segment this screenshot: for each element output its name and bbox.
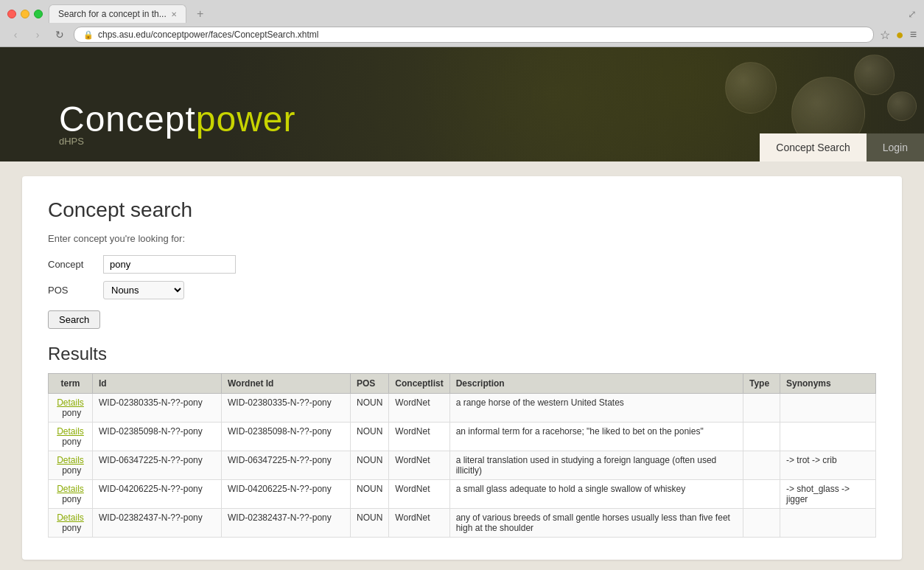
col-header-id: Id	[93, 374, 222, 394]
cell-type-0	[743, 394, 780, 423]
details-link-3[interactable]: Details	[57, 484, 84, 494]
cell-conceptlist-2: WordNet	[389, 451, 449, 480]
col-header-term: term	[49, 374, 93, 394]
cell-details-4: Details pony	[49, 509, 93, 538]
browser-chrome: Search for a concept in th... ✕ + ⤢ ‹ › …	[0, 0, 924, 47]
cell-synonyms-2: -> trot -> crib	[780, 451, 876, 480]
details-link-4[interactable]: Details	[57, 512, 84, 523]
cell-description-0: a range horse of the western United Stat…	[449, 394, 743, 423]
url-text: chps.asu.edu/conceptpower/faces/ConceptS…	[98, 29, 319, 40]
cell-description-2: a literal translation used in studying a…	[449, 451, 743, 480]
col-header-type: Type	[743, 374, 780, 394]
window-resize-icon: ⤢	[908, 8, 917, 20]
pos-label: POS	[48, 285, 96, 296]
cell-description-4: any of various breeds of small gentle ho…	[449, 509, 743, 538]
cell-synonyms-3: -> shot_glass -> jigger	[780, 480, 876, 509]
cell-type-4	[743, 509, 780, 538]
refresh-button[interactable]: ↻	[52, 27, 68, 43]
col-header-pos: POS	[351, 374, 389, 394]
header-nav: Concept Search Login	[760, 133, 924, 161]
table-header-row: term Id Wordnet Id POS Conceptlist Descr…	[49, 374, 876, 394]
cell-pos-4: NOUN	[351, 509, 389, 538]
pos-select[interactable]: Nouns Verbs Adjectives Adverbs	[103, 281, 184, 299]
table-header: term Id Wordnet Id POS Conceptlist Descr…	[49, 374, 876, 394]
browser-tab[interactable]: Search for a concept in th... ✕	[49, 4, 186, 23]
cell-details-1: Details pony	[49, 423, 93, 451]
concept-form-row: Concept	[48, 255, 876, 274]
form-instruction: Enter concept you're looking for:	[48, 233, 876, 244]
table-row: Details pony WID-02382437-N-??-pony WID-…	[49, 509, 876, 538]
logo: Conceptpower	[59, 99, 296, 139]
back-button[interactable]: ‹	[7, 27, 24, 43]
cell-details-3: Details pony	[49, 480, 93, 509]
search-button[interactable]: Search	[48, 310, 100, 329]
col-header-wordnet-id: Wordnet Id	[222, 374, 351, 394]
cell-conceptlist-3: WordNet	[389, 480, 449, 509]
concept-label: Concept	[48, 259, 96, 270]
cell-type-1	[743, 423, 780, 451]
nav-login[interactable]: Login	[867, 133, 924, 161]
logo-concept: Concept	[59, 100, 196, 139]
decorative-bubble-1	[725, 62, 777, 114]
col-header-conceptlist: Conceptlist	[389, 374, 449, 394]
address-bar: ‹ › ↻ 🔒 chps.asu.edu/conceptpower/faces/…	[0, 23, 924, 46]
details-link-0[interactable]: Details	[57, 397, 84, 408]
cell-wordnet-id-2: WID-06347225-N-??-pony	[222, 451, 351, 480]
cell-synonyms-1	[780, 423, 876, 451]
close-dot[interactable]	[7, 10, 16, 18]
cell-pos-0: NOUN	[351, 394, 389, 423]
pos-form-row: POS Nouns Verbs Adjectives Adverbs	[48, 281, 876, 299]
cell-pos-2: NOUN	[351, 451, 389, 480]
nav-concept-search[interactable]: Concept Search	[760, 133, 866, 161]
col-header-synonyms: Synonyms	[780, 374, 876, 394]
cell-details-2: Details pony	[49, 451, 93, 480]
table-body: Details pony WID-02380335-N-??-pony WID-…	[49, 394, 876, 538]
bookmark-icon[interactable]: ☆	[880, 28, 890, 42]
tab-close-icon[interactable]: ✕	[171, 10, 177, 18]
table-row: Details pony WID-04206225-N-??-pony WID-…	[49, 480, 876, 509]
main-content: Concept search Enter concept you're look…	[0, 161, 924, 570]
results-table: term Id Wordnet Id POS Conceptlist Descr…	[48, 373, 876, 538]
cell-id-2: WID-06347225-N-??-pony	[93, 451, 222, 480]
content-card: Concept search Enter concept you're look…	[22, 176, 902, 560]
cell-type-2	[743, 451, 780, 480]
lock-icon: 🔒	[83, 30, 94, 40]
cell-conceptlist-4: WordNet	[389, 509, 449, 538]
minimize-dot[interactable]	[21, 10, 29, 18]
forward-button[interactable]: ›	[29, 27, 46, 43]
new-tab-button[interactable]: +	[192, 6, 209, 22]
address-field[interactable]: 🔒 chps.asu.edu/conceptpower/faces/Concep…	[74, 27, 874, 43]
cell-pos-3: NOUN	[351, 480, 389, 509]
details-link-1[interactable]: Details	[57, 426, 84, 437]
cell-description-3: a small glass adequate to hold a single …	[449, 480, 743, 509]
cell-type-3	[743, 480, 780, 509]
cell-conceptlist-1: WordNet	[389, 423, 449, 451]
table-row: Details pony WID-02380335-N-??-pony WID-…	[49, 394, 876, 423]
cell-id-3: WID-04206225-N-??-pony	[93, 480, 222, 509]
browser-actions: ☆ ● ≡	[880, 27, 917, 43]
cell-synonyms-4	[780, 509, 876, 538]
col-header-description: Description	[449, 374, 743, 394]
app-header: Conceptpower dHPS Concept Search Login	[0, 47, 924, 161]
tab-title: Search for a concept in th...	[58, 9, 167, 19]
results-title: Results	[48, 344, 876, 364]
table-row: Details pony WID-02385098-N-??-pony WID-…	[49, 423, 876, 451]
cell-wordnet-id-1: WID-02385098-N-??-pony	[222, 423, 351, 451]
cell-id-4: WID-02382437-N-??-pony	[93, 509, 222, 538]
header-logo: Conceptpower dHPS	[0, 99, 296, 161]
cell-conceptlist-0: WordNet	[389, 394, 449, 423]
maximize-dot[interactable]	[34, 10, 43, 18]
user-icon[interactable]: ●	[896, 27, 904, 43]
decorative-bubble-4	[887, 91, 917, 121]
cell-details-0: Details pony	[49, 394, 93, 423]
menu-icon[interactable]: ≡	[910, 28, 917, 41]
cell-id-1: WID-02385098-N-??-pony	[93, 423, 222, 451]
table-row: Details pony WID-06347225-N-??-pony WID-…	[49, 451, 876, 480]
cell-id-0: WID-02380335-N-??-pony	[93, 394, 222, 423]
cell-synonyms-0	[780, 394, 876, 423]
logo-power: power	[196, 100, 296, 139]
concept-input[interactable]	[103, 255, 236, 274]
title-bar: Search for a concept in th... ✕ + ⤢	[0, 0, 924, 23]
details-link-2[interactable]: Details	[57, 455, 84, 465]
cell-pos-1: NOUN	[351, 423, 389, 451]
